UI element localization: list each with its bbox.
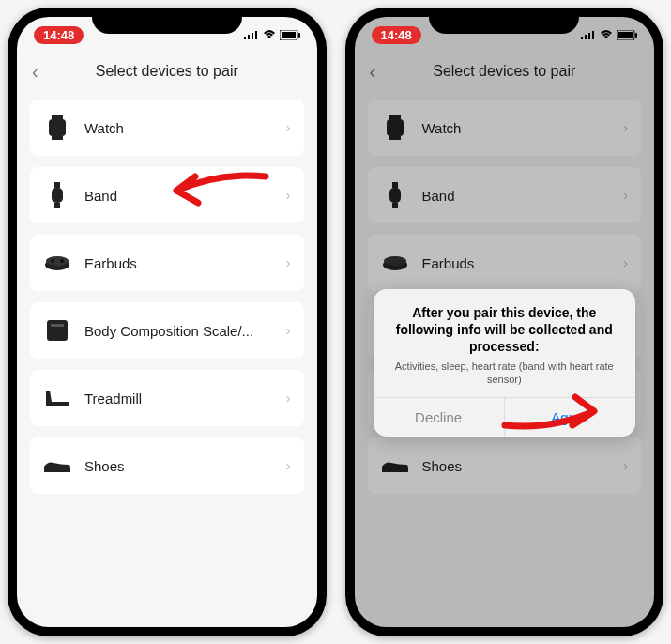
chevron-right-icon: ›: [623, 458, 628, 473]
agree-button[interactable]: Agree: [505, 398, 635, 437]
page-title: Select devices to pair: [433, 63, 575, 80]
back-button[interactable]: ‹: [370, 61, 376, 83]
dialog-body: After you pair this device, the followin…: [374, 289, 636, 397]
svg-point-15: [51, 259, 54, 263]
decline-button[interactable]: Decline: [374, 398, 505, 437]
svg-rect-28: [389, 136, 401, 140]
svg-rect-21: [588, 33, 590, 39]
svg-rect-18: [51, 324, 64, 327]
page-title: Select devices to pair: [96, 63, 238, 80]
phone-mockup-right: 14:48 ‹ Select devices to pair Watch › B…: [345, 8, 664, 636]
device-list: Watch › Band › Earbuds › Body Compositio…: [17, 90, 317, 503]
dialog-title: After you pair this device, the followin…: [390, 304, 619, 356]
page-header: ‹ Select devices to pair: [17, 53, 317, 90]
device-label: Watch: [422, 120, 624, 136]
svg-point-14: [46, 256, 69, 266]
earbuds-icon: [43, 255, 71, 270]
svg-rect-17: [47, 320, 68, 341]
device-label: Band: [84, 188, 286, 204]
chevron-right-icon: ›: [286, 458, 291, 473]
svg-rect-5: [282, 32, 296, 38]
device-item-shoes[interactable]: Shoes ›: [30, 437, 304, 494]
shoes-icon: [381, 459, 409, 472]
device-item-watch[interactable]: Watch ›: [30, 100, 304, 156]
wifi-icon: [263, 30, 276, 39]
svg-rect-12: [54, 203, 60, 208]
svg-rect-31: [392, 203, 398, 208]
battery-icon: [617, 30, 637, 40]
svg-rect-19: [581, 37, 583, 39]
svg-rect-20: [585, 35, 587, 39]
device-label: Treadmill: [84, 391, 286, 406]
status-icons: [581, 30, 637, 40]
chevron-right-icon: ›: [286, 391, 291, 406]
svg-rect-26: [389, 115, 401, 119]
device-item-treadmill[interactable]: Treadmill ›: [30, 370, 304, 426]
svg-rect-22: [592, 31, 594, 39]
chevron-right-icon: ›: [286, 120, 291, 135]
svg-point-33: [384, 256, 406, 266]
svg-rect-0: [244, 37, 246, 39]
svg-rect-7: [52, 115, 63, 119]
svg-rect-25: [635, 33, 637, 38]
svg-rect-9: [52, 136, 63, 140]
treadmill-icon: [43, 389, 71, 407]
svg-rect-29: [392, 182, 398, 188]
device-label: Watch: [84, 120, 286, 136]
back-button[interactable]: ‹: [32, 61, 38, 83]
earbuds-icon: [381, 255, 409, 270]
status-time: 14:48: [372, 26, 421, 44]
device-item-earbuds[interactable]: Earbuds ›: [368, 235, 642, 291]
status-bar: 14:48: [355, 17, 655, 53]
status-bar: 14:48: [17, 17, 317, 53]
dialog-actions: Decline Agree: [374, 397, 636, 437]
band-icon: [43, 182, 71, 208]
device-item-shoes[interactable]: Shoes ›: [368, 437, 642, 494]
chevron-right-icon: ›: [286, 255, 291, 270]
svg-rect-8: [49, 119, 66, 136]
dialog-subtitle: Activities, sleep, heart rate (band with…: [390, 360, 619, 387]
svg-point-16: [60, 259, 64, 263]
screen-left: 14:48 ‹ Select devices to pair Watch › B…: [17, 17, 317, 627]
status-icons: [244, 30, 300, 40]
device-label: Body Composition Scale/...: [84, 323, 286, 339]
device-item-watch[interactable]: Watch ›: [368, 100, 642, 156]
device-label: Shoes: [422, 458, 624, 474]
device-label: Shoes: [84, 458, 286, 474]
signal-icon: [581, 30, 596, 39]
svg-rect-3: [255, 31, 257, 39]
watch-icon: [381, 115, 409, 140]
scale-icon: [43, 320, 71, 341]
phone-mockup-left: 14:48 ‹ Select devices to pair Watch › B…: [8, 8, 327, 636]
status-time: 14:48: [34, 26, 84, 44]
device-label: Band: [422, 188, 624, 204]
chevron-right-icon: ›: [623, 255, 628, 270]
svg-rect-27: [387, 119, 404, 136]
svg-rect-30: [389, 188, 401, 203]
device-item-band[interactable]: Band ›: [368, 167, 642, 223]
wifi-icon: [600, 30, 613, 39]
svg-rect-24: [618, 32, 633, 38]
device-label: Earbuds: [84, 255, 286, 271]
svg-rect-10: [54, 182, 60, 188]
band-icon: [381, 182, 409, 208]
chevron-right-icon: ›: [286, 323, 291, 338]
battery-icon: [280, 30, 300, 40]
watch-icon: [43, 115, 71, 140]
shoes-icon: [43, 459, 71, 472]
page-header: ‹ Select devices to pair: [355, 53, 655, 90]
chevron-right-icon: ›: [623, 188, 628, 203]
device-item-scale[interactable]: Body Composition Scale/... ›: [30, 302, 304, 359]
device-item-band[interactable]: Band ›: [30, 167, 304, 223]
chevron-right-icon: ›: [286, 188, 291, 203]
signal-icon: [244, 30, 259, 39]
device-item-earbuds[interactable]: Earbuds ›: [30, 235, 304, 291]
consent-dialog: After you pair this device, the followin…: [374, 289, 636, 437]
svg-rect-11: [52, 188, 63, 203]
screen-right: 14:48 ‹ Select devices to pair Watch › B…: [355, 17, 655, 627]
svg-rect-6: [298, 33, 300, 38]
device-label: Earbuds: [422, 255, 624, 271]
svg-rect-2: [252, 33, 253, 39]
chevron-right-icon: ›: [623, 120, 628, 135]
svg-rect-1: [248, 35, 250, 39]
